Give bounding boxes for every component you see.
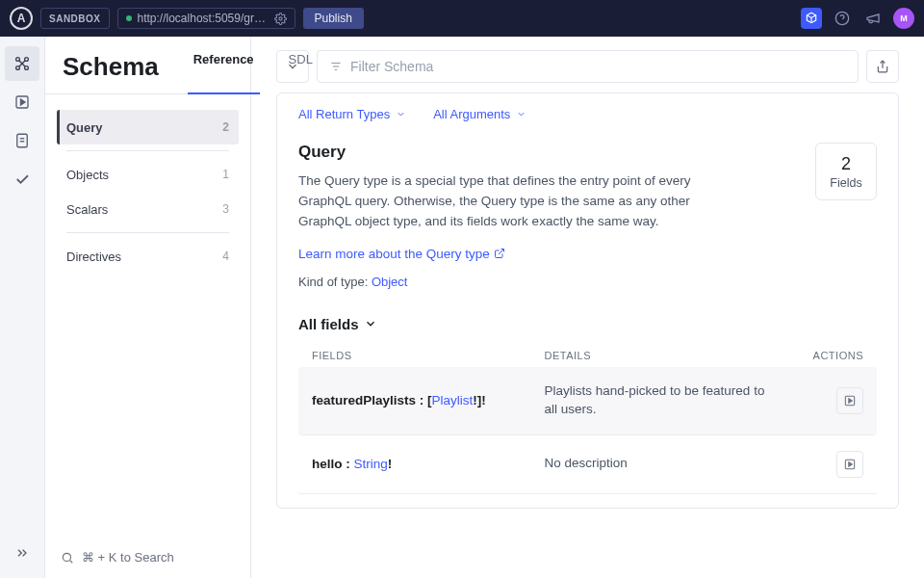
filter-schema-input[interactable]: Filter Schema <box>317 50 859 83</box>
help-icon[interactable] <box>832 8 853 29</box>
settings-icon[interactable] <box>274 13 287 25</box>
chevron-down-icon <box>396 109 406 119</box>
field-row: hello : String! No description <box>298 435 877 494</box>
sandbox-chip[interactable]: SANDBOX <box>40 8 110 29</box>
rail-checks-icon[interactable] <box>5 162 39 197</box>
svg-marker-10 <box>21 99 26 105</box>
endpoint-url-box[interactable]: http://localhost:5059/graph <box>117 8 295 29</box>
filter-return-types[interactable]: All Return Types <box>298 107 406 121</box>
sidebar: Schema Reference SDL Query 2 Objects 1 S… <box>45 37 251 578</box>
field-detail: Playlists hand-picked to be featured to … <box>545 382 778 419</box>
external-link-icon <box>494 248 505 259</box>
svg-line-20 <box>499 250 504 255</box>
left-rail <box>0 37 45 578</box>
svg-marker-22 <box>849 398 853 403</box>
svg-point-6 <box>25 66 29 70</box>
apollo-logo[interactable]: A <box>10 7 33 30</box>
svg-marker-24 <box>849 461 853 466</box>
svg-point-0 <box>278 16 281 19</box>
tab-sdl[interactable]: SDL <box>271 37 330 93</box>
fields-count-badge: 2 Fields <box>815 143 877 200</box>
filter-arguments[interactable]: All Arguments <box>433 107 526 121</box>
kind-of-type: Kind of type: Object <box>298 275 712 289</box>
chevron-down-icon <box>364 317 377 330</box>
user-avatar[interactable]: M <box>893 8 914 29</box>
svg-line-15 <box>70 560 73 563</box>
status-dot-icon <box>126 15 132 21</box>
field-signature: hello : String! <box>312 457 545 471</box>
filter-icon <box>329 60 343 73</box>
tab-reference[interactable]: Reference <box>176 37 271 93</box>
export-icon <box>876 60 889 73</box>
all-fields-toggle[interactable]: All fields <box>298 316 877 332</box>
rail-diff-icon[interactable] <box>5 123 39 158</box>
type-description: The Query type is a special type that de… <box>298 171 712 232</box>
publish-button[interactable]: Publish <box>303 8 364 29</box>
search-icon <box>61 551 74 565</box>
main-panel: Filter Schema All Return Types All Argum… <box>251 37 924 578</box>
field-row: featuredPlaylists : [Playlist!]! Playlis… <box>298 367 877 435</box>
rail-expand-icon[interactable] <box>5 536 39 570</box>
run-field-button[interactable] <box>836 387 863 414</box>
svg-rect-11 <box>17 134 28 147</box>
page-title: Schema <box>63 52 159 82</box>
svg-point-4 <box>25 58 29 62</box>
svg-point-3 <box>16 58 20 62</box>
type-link[interactable]: Playlist <box>432 393 474 407</box>
topbar: A SANDBOX http://localhost:5059/graph Pu… <box>0 0 924 37</box>
chevron-down-icon <box>516 109 526 119</box>
sidebar-item-objects[interactable]: Objects 1 <box>57 157 239 192</box>
learn-more-link[interactable]: Learn more about the Query type <box>298 247 505 261</box>
kind-link[interactable]: Object <box>372 275 408 289</box>
type-title: Query <box>298 143 712 162</box>
field-detail: No description <box>545 455 778 473</box>
field-signature: featuredPlaylists : [Playlist!]! <box>312 393 545 407</box>
rail-schema-icon[interactable] <box>5 46 39 81</box>
rail-explorer-icon[interactable] <box>5 85 39 119</box>
run-field-button[interactable] <box>836 451 863 478</box>
svg-point-5 <box>16 66 20 70</box>
type-link[interactable]: String <box>354 457 388 471</box>
megaphone-icon[interactable] <box>862 8 884 29</box>
sidebar-item-scalars[interactable]: Scalars 3 <box>57 192 239 226</box>
sidebar-item-query[interactable]: Query 2 <box>57 110 239 144</box>
play-icon <box>843 394 857 407</box>
graph-icon[interactable] <box>801 8 822 29</box>
play-icon <box>843 458 857 471</box>
fields-table-header: FIELDS DETAILS ACTIONS <box>298 344 877 367</box>
export-button[interactable] <box>866 50 899 83</box>
search-shortcut[interactable]: ⌘ + K to Search <box>45 537 250 578</box>
svg-point-14 <box>63 553 70 561</box>
sidebar-item-directives[interactable]: Directives 4 <box>57 239 239 274</box>
endpoint-url: http://localhost:5059/graph <box>138 12 269 25</box>
